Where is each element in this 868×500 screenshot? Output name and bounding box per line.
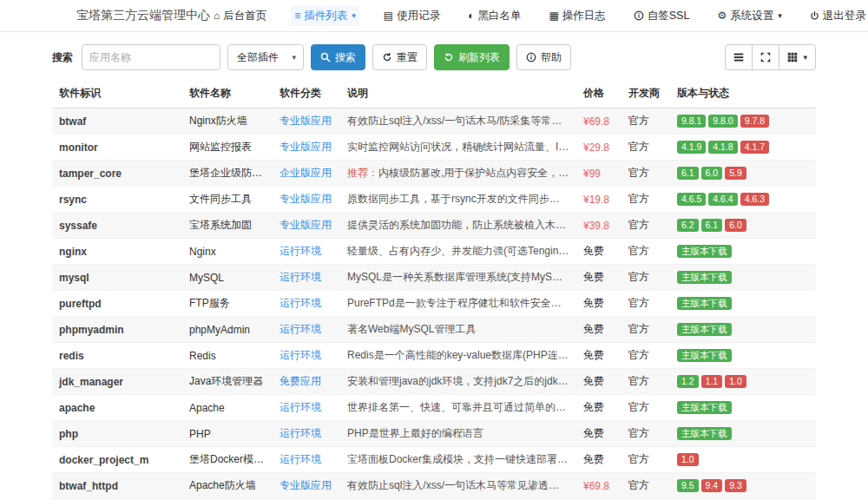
caret-down-icon: ▾ (803, 54, 807, 62)
brand-title: 宝塔第三方云端管理中心 (76, 8, 210, 23)
plugin-category-link[interactable]: 专业版应用 (279, 219, 332, 231)
table-row: nginxNginx运行环境轻量级、占有内存少、并发能力强(可选Tengine/… (52, 239, 816, 265)
plugin-vendor: 官方 (621, 213, 670, 239)
plugin-category-link[interactable]: 运行环境 (279, 453, 321, 465)
version-badge[interactable]: 1.2 (677, 375, 699, 389)
plugin-category-link[interactable]: 运行环境 (279, 349, 321, 361)
plugin-category-link[interactable]: 运行环境 (279, 245, 321, 257)
version-badge[interactable]: 4.6.4 (708, 193, 737, 207)
nav-item-logout[interactable]: 退出登录 (806, 6, 868, 26)
nav-item-logs[interactable]: ▦操作日志 (545, 6, 608, 26)
recommended-label: 推荐： (347, 167, 378, 179)
search-button[interactable]: 搜索 (311, 44, 365, 70)
plugin-category-link[interactable]: 运行环境 (279, 401, 321, 413)
plugin-id: rsync (52, 187, 182, 213)
plugin-category: 专业版应用 (273, 473, 340, 499)
plugin-description: PureFTPd是一款专注于程序健壮和软件安全的免费FTP服... (340, 291, 576, 317)
plugin-price: 免费 (576, 421, 621, 447)
plugin-category-link[interactable]: 运行环境 (279, 271, 321, 283)
reset-button[interactable]: 重置 (372, 44, 427, 70)
version-badge[interactable]: 4.6.5 (677, 193, 706, 207)
version-badge[interactable]: 6.1 (701, 219, 723, 233)
version-badge[interactable]: 9.4 (701, 479, 723, 493)
version-badge[interactable]: 1.0 (725, 375, 746, 389)
nav-item-records[interactable]: ▤使用记录 (380, 6, 444, 26)
version-badge[interactable]: 主版本下载 (677, 323, 732, 337)
version-badge[interactable]: 主版本下载 (677, 297, 732, 311)
version-badge[interactable]: 主版本下载 (677, 271, 732, 285)
nav-item-settings[interactable]: ⚙系统设置▾ (713, 6, 785, 26)
plugin-price: 免费 (576, 265, 621, 291)
search-input[interactable] (82, 44, 220, 70)
plugin-name: Java环境管理器 (182, 369, 273, 395)
version-badge[interactable]: 9.3 (725, 479, 746, 493)
plugin-category-link[interactable]: 运行环境 (279, 297, 321, 309)
help-button[interactable]: 帮助 (516, 44, 571, 70)
version-badge[interactable]: 4.1.8 (708, 141, 737, 155)
plugin-id: apache (52, 395, 182, 421)
version-badge[interactable]: 主版本下载 (677, 401, 732, 415)
plugin-category-link[interactable]: 专业版应用 (279, 115, 332, 127)
plugin-category-link[interactable]: 专业版应用 (279, 141, 332, 153)
plugin-description: 提供灵活的系统加固功能，防止系统被植入木马，支持拦... (340, 213, 576, 239)
nav-item-home[interactable]: ⌂后台首页 (210, 6, 270, 26)
version-badge[interactable]: 9.8.0 (708, 115, 737, 128)
version-badge[interactable]: 6.1 (677, 167, 699, 181)
plugin-versions: 主版本下载 (670, 421, 816, 447)
plugin-category-link[interactable]: 免费应用 (279, 375, 321, 387)
plugin-description: 推荐：内核级防篡改,用于保护站点内容安全，防止黑客篡... (340, 161, 576, 187)
version-badge[interactable]: 1.0 (677, 453, 699, 467)
fullscreen-button[interactable] (752, 44, 779, 70)
nav-item-label: 黑白名单 (477, 9, 521, 23)
card-view-button[interactable] (725, 44, 753, 70)
plugin-category-link[interactable]: 运行环境 (279, 323, 321, 335)
version-badge[interactable]: 主版本下载 (677, 245, 732, 259)
version-badge[interactable]: 6.0 (701, 167, 723, 181)
plugin-description: 安装和管理java的jdk环境，支持jdk7之后的jdk环境安装... (340, 369, 576, 395)
version-badge[interactable]: 主版本下载 (677, 427, 732, 441)
nav-item-label: 系统设置 (730, 9, 773, 23)
plugin-versions: 主版本下载 (670, 239, 816, 265)
plugin-price: 免费 (576, 291, 621, 317)
version-badge[interactable]: 9.8.1 (677, 115, 706, 128)
version-badge[interactable]: 9.5 (677, 479, 699, 493)
plugin-description: 有效防止sql注入/xss/一句话木马等常见渗透攻击,当前价... (340, 473, 576, 499)
version-badge[interactable]: 9.7.8 (740, 115, 769, 128)
plugin-price: 免费 (576, 239, 621, 265)
plugin-description: 著名Web端MySQL管理工具 (340, 317, 576, 343)
table-row: tamper_core堡塔企业级防篡改企业版应用推荐：内核级防篡改,用于保护站点… (52, 161, 816, 187)
version-badge[interactable]: 主版本下载 (677, 349, 732, 363)
nav-item-label: 后台首页 (223, 9, 266, 23)
plugin-category-link[interactable]: 专业版应用 (279, 479, 332, 491)
columns-button[interactable]: ▾ (779, 44, 816, 70)
caret-down-icon: ▾ (352, 12, 356, 20)
table-row: phpmyadminphpMyAdmin运行环境著名Web端MySQL管理工具免… (52, 317, 816, 343)
list-icon: ≡ (294, 10, 300, 21)
plugin-vendor: 官方 (621, 187, 670, 213)
plugin-description: 世界排名第一、快速、可靠并且可通过简单的API扩充 (340, 395, 576, 421)
nav-item-ssl[interactable]: 自签SSL (630, 6, 694, 26)
plugin-category-link[interactable]: 企业版应用 (279, 167, 332, 179)
plugin-filter-select[interactable]: 全部插件 ▾ (227, 44, 304, 70)
nav-item-blackwhite[interactable]: ◐黑白名单 (464, 6, 524, 26)
version-badge[interactable]: 6.0 (725, 219, 746, 233)
plugin-id: btwaf (52, 109, 182, 135)
version-badge[interactable]: 4.6.3 (740, 193, 769, 207)
plugin-category-link[interactable]: 专业版应用 (279, 193, 332, 205)
version-badge[interactable]: 4.1.9 (677, 141, 706, 155)
plugin-id: btwaf_httpd (52, 473, 182, 499)
version-badge[interactable]: 1.1 (701, 375, 723, 389)
plugin-id: mysql (52, 265, 182, 291)
plugin-category: 运行环境 (273, 317, 340, 343)
version-badge[interactable]: 6.2 (677, 219, 699, 233)
plugin-name: Apache (182, 395, 273, 421)
plugin-versions: 主版本下载 (670, 343, 816, 369)
plugin-category-link[interactable]: 运行环境 (279, 427, 321, 439)
plugin-id: jdk_manager (52, 369, 182, 395)
version-badge[interactable]: 5.9 (725, 167, 746, 181)
navbar-menu: ⌂后台首页≡插件列表▾▤使用记录◐黑白名单▦操作日志自签SSL⚙系统设置▾退出登… (210, 6, 868, 26)
nav-item-plugins[interactable]: ≡插件列表▾ (291, 6, 359, 26)
refresh-list-button[interactable]: 刷新列表 (434, 44, 510, 70)
version-badge[interactable]: 4.1.7 (740, 141, 769, 155)
plugin-description: 实时监控网站访问状况，精确统计网站流量、IP、UV、PV... (340, 135, 576, 161)
